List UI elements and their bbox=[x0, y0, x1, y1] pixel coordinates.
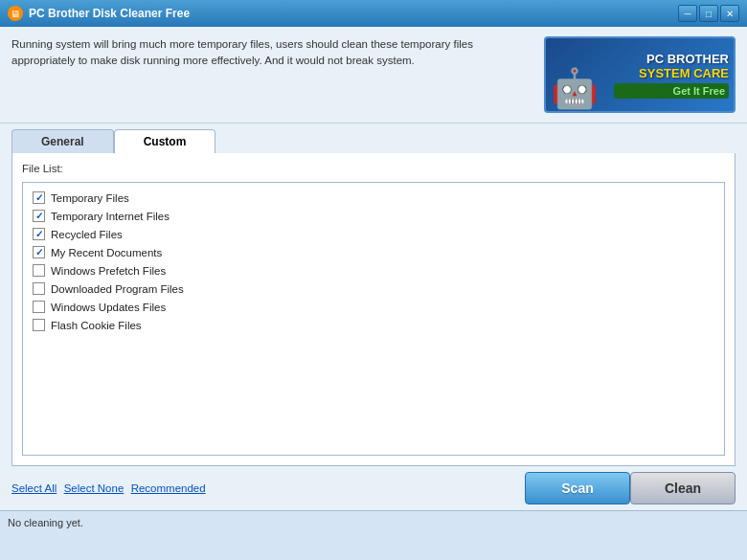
list-item[interactable]: Temporary Files bbox=[27, 189, 720, 207]
select-all-button[interactable]: Select All bbox=[11, 482, 57, 494]
checkbox-fcf[interactable] bbox=[33, 319, 45, 331]
ad-banner-content: PC BROTHER SYSTEM CARE Get It Free bbox=[609, 38, 734, 111]
app-icon: 🖥 bbox=[8, 6, 23, 21]
checkbox-mrd[interactable] bbox=[33, 246, 45, 258]
list-item[interactable]: Downloaded Program Files bbox=[27, 280, 720, 298]
recommended-button[interactable]: Recommended bbox=[131, 482, 206, 494]
file-list-label: File List: bbox=[22, 163, 725, 174]
app-window: 🖥 PC Brother Disk Cleaner Free ─ □ ✕ Run… bbox=[0, 0, 747, 533]
checkbox-rec[interactable] bbox=[33, 228, 45, 240]
file-name-dpf: Downloaded Program Files bbox=[51, 283, 184, 295]
maximize-button[interactable]: □ bbox=[699, 5, 718, 22]
list-item[interactable]: Temporary Internet Files bbox=[27, 207, 720, 225]
file-list-box: Temporary Files Temporary Internet Files… bbox=[22, 182, 725, 456]
list-item[interactable]: Flash Cookie Files bbox=[27, 316, 720, 334]
top-section: Running system will bring much more temp… bbox=[0, 27, 747, 123]
tab-general[interactable]: General bbox=[11, 129, 114, 153]
bottom-row: Select All Select None Recommended Scan … bbox=[0, 466, 747, 510]
file-name-fcf: Flash Cookie Files bbox=[51, 320, 142, 331]
list-item[interactable]: Recycled Files bbox=[27, 225, 720, 243]
file-name-wpf: Windows Prefetch Files bbox=[51, 265, 166, 277]
checkbox-wuf[interactable] bbox=[33, 301, 45, 313]
status-text: No cleaning yet. bbox=[8, 517, 83, 528]
clean-button[interactable]: Clean bbox=[630, 472, 736, 504]
window-controls: ─ □ ✕ bbox=[678, 5, 739, 22]
tab-custom[interactable]: Custom bbox=[114, 129, 216, 154]
checkbox-wpf[interactable] bbox=[33, 264, 45, 277]
checkbox-tmp[interactable] bbox=[33, 191, 45, 204]
close-button[interactable]: ✕ bbox=[720, 5, 739, 22]
select-none-button[interactable]: Select None bbox=[64, 482, 124, 494]
list-item[interactable]: Windows Updates Files bbox=[27, 298, 720, 316]
list-item[interactable]: Windows Prefetch Files bbox=[27, 261, 720, 280]
ad-title-line1: PC BROTHER bbox=[614, 52, 729, 66]
ad-title-line2: SYSTEM CARE bbox=[614, 66, 729, 80]
list-item[interactable]: My Recent Documents bbox=[27, 243, 720, 261]
file-name-rec: Recycled Files bbox=[51, 229, 123, 240]
checkbox-tif[interactable] bbox=[33, 210, 45, 222]
info-text: Running system will bring much more temp… bbox=[11, 36, 532, 113]
file-name-mrd: My Recent Documents bbox=[51, 247, 162, 258]
file-name-wuf: Windows Updates Files bbox=[51, 302, 166, 313]
title-bar: 🖥 PC Brother Disk Cleaner Free ─ □ ✕ bbox=[0, 0, 747, 27]
ad-banner[interactable]: 🤖 PC BROTHER SYSTEM CARE Get It Free bbox=[544, 36, 736, 113]
scan-button[interactable]: Scan bbox=[525, 472, 630, 504]
checkbox-dpf[interactable] bbox=[33, 282, 45, 295]
status-bar: No cleaning yet. bbox=[0, 510, 747, 533]
file-name-tif: Temporary Internet Files bbox=[51, 211, 170, 222]
ad-cta: Get It Free bbox=[614, 83, 729, 99]
content-panel: File List: Temporary Files Temporary Int… bbox=[11, 153, 736, 466]
minimize-button[interactable]: ─ bbox=[678, 5, 697, 22]
file-name-tmp: Temporary Files bbox=[51, 192, 129, 204]
tabs-row: General Custom bbox=[0, 123, 747, 153]
title-bar-text: PC Brother Disk Cleaner Free bbox=[29, 7, 672, 20]
ad-character-icon: 🤖 bbox=[551, 66, 599, 111]
